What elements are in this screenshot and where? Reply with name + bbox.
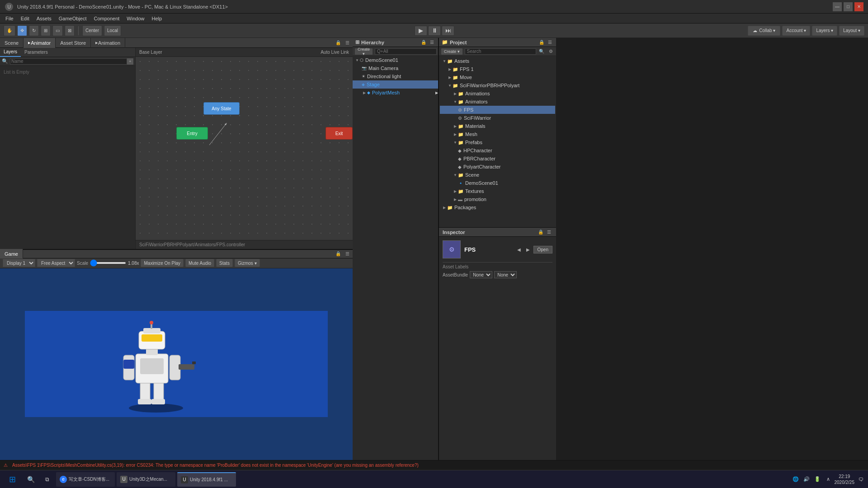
menu-file[interactable]: File: [2, 15, 17, 22]
taskbar-app-unity3d[interactable]: U Unity3D之Mecan...: [117, 472, 175, 487]
tool-multi[interactable]: ⊠: [65, 25, 75, 36]
scale-slider[interactable]: [90, 262, 126, 264]
tab-animator[interactable]: ▸ Animator: [24, 38, 56, 48]
tree-item-main-camera[interactable]: 📷 Main Camera: [353, 64, 438, 72]
proj-polyartcharacter[interactable]: ◆ PolyartCharacter: [440, 163, 555, 171]
proj-materials[interactable]: ▶ 📁 Materials: [440, 122, 555, 130]
proj-mesh[interactable]: ▶ 📁 Mesh: [440, 130, 555, 138]
taskbar-search-button[interactable]: 🔍: [24, 472, 38, 487]
project-menu[interactable]: ☰: [546, 39, 553, 46]
tree-item-polyartmesh[interactable]: ▶ ◆ PolyartMesh ▶: [353, 89, 438, 97]
layers-search-input[interactable]: [10, 58, 127, 65]
taskbar-clock[interactable]: 22:19 2020/2/25: [835, 474, 855, 485]
hierarchy-search[interactable]: [375, 48, 437, 55]
start-button[interactable]: ⊞: [3, 472, 22, 487]
proj-pbrcharacter[interactable]: ◆ PBRCharacter: [440, 155, 555, 163]
tray-battery[interactable]: 🔋: [813, 475, 822, 484]
tool-rotate[interactable]: ↻: [29, 25, 39, 36]
proj-packages[interactable]: ▶ 📁 Packages: [440, 203, 555, 211]
tree-item-demoscene01[interactable]: ▼ ⬡ DemoScene01: [353, 56, 438, 64]
tray-notification[interactable]: 🗨: [856, 475, 865, 484]
stats-button[interactable]: Stats: [216, 259, 233, 267]
proj-assets[interactable]: ▼ 📁 Assets: [440, 57, 555, 65]
tool-move[interactable]: ✥: [17, 25, 27, 36]
proj-prefabs[interactable]: ▼ 📁 Prefabs: [440, 138, 555, 146]
tree-item-stage[interactable]: ◆ Stage: [353, 80, 438, 89]
animator-grid[interactable]: Any State Entry Exit: [136, 57, 353, 240]
collab-button[interactable]: ☁ Collab ▾: [748, 26, 780, 36]
tab-animation[interactable]: ▸ Animation: [91, 38, 125, 48]
project-lock[interactable]: 🔒: [538, 39, 545, 46]
menu-assets[interactable]: Assets: [33, 15, 55, 22]
step-button[interactable]: ⏭: [442, 26, 454, 36]
hierarchy-lock[interactable]: 🔒: [420, 39, 427, 46]
state-any-state[interactable]: Any State: [203, 102, 240, 115]
mute-audio-button[interactable]: Mute Audio: [185, 259, 214, 267]
inspector-pin-left[interactable]: ◀: [515, 246, 523, 253]
animator-panel-lock[interactable]: 🔒: [335, 39, 342, 47]
project-settings-btn[interactable]: ⚙: [547, 48, 554, 55]
maximize-button[interactable]: □: [844, 2, 853, 11]
proj-fps-file[interactable]: ⚙ FPS: [440, 106, 555, 114]
menu-gameobject[interactable]: GameObject: [55, 15, 90, 22]
tray-network[interactable]: 🌐: [791, 475, 800, 484]
menu-help[interactable]: Help: [148, 15, 165, 22]
proj-demoscene01[interactable]: 🔹 DemoScene01: [440, 179, 555, 187]
center-button[interactable]: Center: [82, 25, 102, 36]
proj-promotion[interactable]: ▶ ▬ promotion: [440, 195, 555, 203]
open-button[interactable]: Open: [533, 246, 552, 253]
tab-asset-store[interactable]: Asset Store: [56, 38, 91, 48]
project-search[interactable]: [465, 48, 536, 55]
game-panel-lock[interactable]: 🔒: [335, 250, 342, 258]
aspect-select[interactable]: Free Aspect: [37, 259, 75, 267]
proj-move[interactable]: ▶ 📁 Move: [440, 73, 555, 81]
project-create-btn[interactable]: Create ▾: [441, 48, 463, 55]
proj-hpcharacter[interactable]: ◆ HPCharacter: [440, 146, 555, 155]
local-button[interactable]: Local: [104, 25, 121, 36]
tab-game[interactable]: Game: [0, 249, 23, 259]
inspector-menu[interactable]: ☰: [545, 229, 552, 236]
account-button[interactable]: Account ▾: [782, 26, 810, 36]
layers-tab[interactable]: Layers: [0, 48, 21, 57]
taskbar-app-unity[interactable]: U Unity 2018.4.9f1 ...: [177, 472, 236, 487]
layout-button[interactable]: Layout ▾: [839, 26, 864, 36]
state-entry[interactable]: Entry: [176, 127, 208, 140]
gizmos-button[interactable]: Gizmos ▾: [235, 259, 260, 267]
state-exit[interactable]: Exit: [326, 127, 353, 140]
project-search-btn[interactable]: 🔍: [538, 48, 545, 55]
pause-button[interactable]: ⏸: [428, 26, 441, 36]
proj-animations[interactable]: ▶ 📁 Animations: [440, 89, 555, 98]
proj-scifiwarrior-file[interactable]: ⚙ SciFiWarrior: [440, 114, 555, 122]
menu-component[interactable]: Component: [90, 15, 123, 22]
game-panel-menu[interactable]: ☰: [344, 250, 351, 258]
proj-scifiwarrior[interactable]: ▼ 📁 SciFiWarriorPBRHPPolyart: [440, 81, 555, 89]
taskbar-task-view[interactable]: ⧉: [40, 472, 54, 487]
asset-bundle-select1[interactable]: None: [470, 271, 492, 278]
tool-scale[interactable]: ⊞: [41, 25, 51, 36]
hierarchy-create-btn[interactable]: Create ▾: [354, 48, 373, 55]
tray-expand[interactable]: ∧: [824, 475, 833, 484]
proj-scene[interactable]: ▼ 📁 Scene: [440, 171, 555, 179]
proj-animators[interactable]: ▼ 📁 Animators: [440, 98, 555, 106]
layers-add-button[interactable]: +: [127, 58, 133, 65]
tool-rect[interactable]: ▭: [52, 25, 63, 36]
tray-volume[interactable]: 🔊: [802, 475, 811, 484]
tree-item-directional-light[interactable]: ☀ Directional light: [353, 72, 438, 80]
minimize-button[interactable]: —: [833, 2, 842, 11]
menu-edit[interactable]: Edit: [17, 15, 33, 22]
tab-scene[interactable]: Scene: [0, 38, 24, 48]
close-button[interactable]: ✕: [854, 2, 863, 11]
inspector-pin-right[interactable]: ▶: [524, 246, 532, 253]
display-select[interactable]: Display 1: [3, 259, 35, 267]
hierarchy-menu[interactable]: ☰: [428, 39, 435, 46]
play-button[interactable]: ▶: [415, 26, 427, 36]
animator-panel-menu[interactable]: ☰: [344, 39, 351, 47]
taskbar-app-edge[interactable]: e 写文章-CSDN博客...: [56, 472, 115, 487]
maximize-on-play-button[interactable]: Maximize On Play: [141, 259, 184, 267]
animator-canvas[interactable]: Base Layer Auto Live Link: [136, 48, 353, 249]
tool-hand[interactable]: ✋: [4, 25, 15, 36]
layers-button[interactable]: Layers ▾: [812, 26, 837, 36]
inspector-lock[interactable]: 🔒: [537, 229, 544, 236]
parameters-tab[interactable]: Parameters: [21, 48, 52, 57]
proj-fps1[interactable]: ▶ 📁 FPS 1: [440, 65, 555, 73]
